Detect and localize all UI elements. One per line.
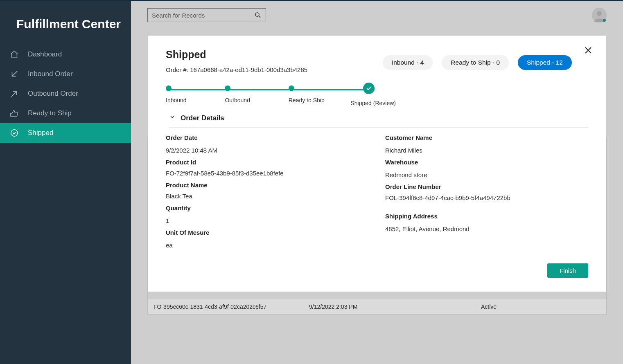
step-ready: Ready to Ship: [289, 85, 325, 106]
sidebar-item-outbound[interactable]: Outbound Order: [0, 84, 131, 103]
step-outbound: Outbound: [225, 85, 250, 106]
order-date-label: Order Date: [166, 134, 369, 141]
oln-label: Order Line Number: [385, 183, 588, 190]
order-number-label: Order #:: [166, 66, 188, 73]
sidebar-item-dashboard[interactable]: Dashboard: [0, 45, 131, 64]
pill-shipped[interactable]: Shipped - 12: [518, 55, 572, 70]
arrow-down-left-icon: [10, 70, 19, 79]
finish-button[interactable]: Finish: [547, 263, 588, 278]
pill-inbound[interactable]: Inbound - 4: [383, 55, 433, 70]
home-icon: [10, 50, 19, 59]
shipped-modal: Shipped Order #: 167a0668-a42a-ed11-9db1…: [148, 36, 606, 292]
step-dot-icon: [166, 85, 172, 91]
product-id-label: Product Id: [166, 159, 369, 166]
uom-label: Unit Of Mesure: [166, 229, 369, 236]
customer-name-value: Richard Miles: [385, 147, 588, 154]
sidebar-item-label: Inbound Order: [28, 70, 73, 78]
customer-name-label: Customer Name: [385, 134, 588, 141]
product-id-value: FO-72f9f7af-58e5-43b9-85f3-d35ee1b8fefe: [166, 170, 369, 177]
step-check-icon: [363, 83, 375, 94]
step-dot-icon: [225, 85, 230, 91]
order-number-value: 167a0668-a42a-ed11-9db1-000d3a3b4285: [190, 66, 307, 73]
details-col-right: Customer Name Richard Miles Warehouse Re…: [385, 134, 588, 254]
sidebar-item-shipped[interactable]: Shipped: [0, 123, 131, 143]
collapse-order-details[interactable]: Order Details: [169, 114, 588, 128]
sidebar: Fulfillment Center Dashboard Inbound Ord…: [0, 1, 131, 364]
step-inbound: Inbound: [166, 85, 187, 106]
status-pills: Inbound - 4 Ready to Ship - 0 Shipped - …: [383, 55, 572, 70]
sidebar-item-label: Ready to Ship: [28, 109, 72, 117]
uom-value: ea: [166, 242, 369, 249]
modal-title: Shipped: [166, 49, 307, 61]
ship-addr-label: Shipping Address: [385, 213, 588, 220]
modal-footer: Finish: [166, 263, 588, 278]
svg-point-0: [11, 130, 18, 137]
close-button[interactable]: [583, 45, 593, 55]
arrow-up-right-icon: [10, 89, 19, 98]
progress-track: Inbound Outbound Ready to Ship: [166, 84, 403, 106]
main-area: FO-395ec60c-1831-4cd3-af9f-02ca202c6f57 …: [131, 1, 623, 364]
step-label: Inbound: [166, 97, 187, 103]
check-circle-icon: [10, 128, 19, 137]
details-col-left: Order Date 9/2/2022 10:48 AM Product Id …: [166, 134, 385, 254]
pill-ready[interactable]: Ready to Ship - 0: [442, 55, 509, 70]
details-grid: Order Date 9/2/2022 10:48 AM Product Id …: [166, 134, 588, 254]
chevron-down-icon: [169, 114, 176, 122]
app-root: Fulfillment Center Dashboard Inbound Ord…: [0, 0, 623, 364]
warehouse-label: Warehouse: [385, 159, 588, 166]
quantity-value: 1: [166, 217, 369, 224]
step-label: Outbound: [225, 97, 250, 103]
modal-overlay: Shipped Order #: 167a0668-a42a-ed11-9db1…: [131, 1, 623, 364]
modal-header-left: Shipped Order #: 167a0668-a42a-ed11-9db1…: [166, 49, 307, 73]
warehouse-value: Redmond store: [385, 171, 588, 178]
sidebar-item-label: Shipped: [28, 129, 53, 137]
step-dot-icon: [289, 85, 294, 91]
app-title: Fulfillment Center: [0, 1, 131, 45]
ship-addr-value: 4852, Elliot, Avenue, Redmond: [385, 225, 588, 232]
order-date-value: 9/2/2022 10:48 AM: [166, 147, 369, 154]
sidebar-item-label: Dashboard: [28, 50, 62, 58]
sidebar-nav: Dashboard Inbound Order Outbound Order R…: [0, 45, 131, 143]
collapse-title: Order Details: [181, 114, 224, 122]
modal-header: Shipped Order #: 167a0668-a42a-ed11-9db1…: [166, 49, 588, 73]
progress-steps: Inbound Outbound Ready to Ship: [166, 85, 396, 106]
thumbs-up-icon: [10, 109, 19, 118]
quantity-label: Quantity: [166, 204, 369, 211]
sidebar-item-inbound[interactable]: Inbound Order: [0, 64, 131, 84]
oln-value: FOL-394ff6c8-4d97-4cac-b9b9-5f4a494722bb: [385, 194, 588, 201]
sidebar-item-ready[interactable]: Ready to Ship: [0, 103, 131, 123]
order-number: Order #: 167a0668-a42a-ed11-9db1-000d3a3…: [166, 66, 307, 73]
product-name-label: Product Name: [166, 182, 369, 189]
step-shipped: Shipped (Review): [363, 85, 396, 106]
step-label: Shipped (Review): [351, 100, 396, 106]
step-label: Ready to Ship: [289, 97, 325, 103]
product-name-value: Black Tea: [166, 193, 369, 200]
sidebar-item-label: Outbound Order: [28, 90, 78, 98]
